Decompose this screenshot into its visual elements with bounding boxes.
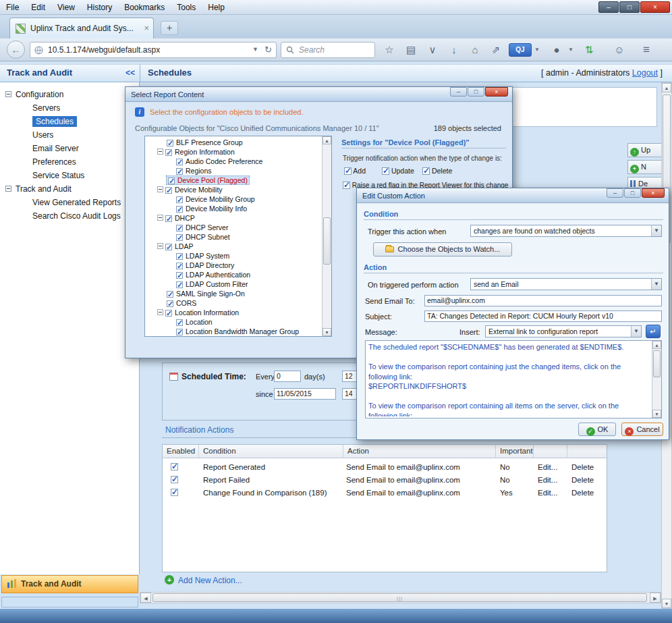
dialog-maximize-button[interactable]: □ <box>624 188 641 198</box>
hello-smiley-icon[interactable]: ☺ <box>611 43 628 57</box>
horizontal-scrollbar[interactable]: ◀ ||| ▶ <box>140 592 661 603</box>
row-delete-link[interactable]: Delete <box>571 489 594 497</box>
sidebar-section-configuration[interactable]: Configuration <box>0 88 139 101</box>
tree-item[interactable]: LDAP <box>145 242 321 251</box>
url-text[interactable]: 10.5.1.174/webgui/default.aspx <box>48 45 160 55</box>
window-minimize-button[interactable]: – <box>598 1 619 13</box>
sidebar-item-schedules[interactable]: Schedules <box>0 115 139 128</box>
sync-arrows-icon[interactable]: ⇅ <box>580 43 598 57</box>
checkbox-checked[interactable] <box>167 300 173 307</box>
checkbox-delete[interactable]: Delete <box>422 167 452 175</box>
search-input[interactable]: Search <box>281 42 375 58</box>
collapse-icon[interactable] <box>157 148 163 155</box>
tree-item[interactable]: Audio Codec Preference <box>145 157 321 166</box>
back-button[interactable]: ← <box>7 40 25 59</box>
sidebar-section-track-and-audit[interactable]: Track and Audit <box>0 182 139 196</box>
checkbox-checked[interactable] <box>343 182 350 189</box>
collapse-sidebar-button[interactable]: << <box>125 68 135 78</box>
downloads-icon[interactable]: ↓ <box>445 43 463 57</box>
tree-item[interactable]: SAML Single Sign-On <box>145 289 321 298</box>
checkbox-checked[interactable] <box>176 329 183 335</box>
scroll-down-icon[interactable]: ▼ <box>652 410 661 418</box>
checkbox-checked[interactable] <box>176 225 183 232</box>
checkbox-checked[interactable] <box>167 140 173 146</box>
dialog-minimize-button[interactable]: – <box>607 188 623 198</box>
tree-item[interactable]: DHCP <box>145 213 321 223</box>
checkbox-checked[interactable] <box>176 168 183 175</box>
tree-item[interactable]: Location <box>145 317 321 327</box>
bookmarks-panel-icon[interactable]: ▤ <box>402 43 420 57</box>
update-button[interactable]: ↑Up <box>627 143 661 157</box>
home-icon[interactable]: ⌂ <box>466 43 484 57</box>
checkbox-checked[interactable] <box>176 206 183 213</box>
collapse-icon[interactable] <box>5 186 11 192</box>
checkbox-checked[interactable] <box>168 178 175 184</box>
checkbox-checked[interactable] <box>176 272 183 279</box>
trigger-when-select[interactable]: changes are found on watched objects▼ <box>470 225 662 237</box>
bookmark-star-icon[interactable]: ☆ <box>381 43 398 57</box>
browser-tab[interactable]: Uplinx Track and Audit Sys... × <box>9 18 154 38</box>
tree-item[interactable]: BLF Presence Group <box>145 138 321 147</box>
tree-item[interactable]: Region Information <box>145 147 321 157</box>
tree-item[interactable]: LDAP Directory <box>145 261 321 270</box>
checkbox-checked[interactable] <box>171 489 178 496</box>
row-enabled-checkbox[interactable] <box>171 462 178 470</box>
menu-tools[interactable]: Tools <box>171 0 202 15</box>
extension-dropdown-icon[interactable]: ▼ <box>568 47 573 53</box>
message-textarea[interactable]: The scheduled report "$SCHEDNAME$" has b… <box>365 340 662 418</box>
menu-file[interactable]: File <box>0 0 25 15</box>
scrollbar-thumb[interactable]: ||| <box>152 593 647 602</box>
scrollbar-thumb[interactable] <box>653 350 661 377</box>
scroll-up-icon[interactable]: ▲ <box>652 341 661 349</box>
collapse-icon[interactable] <box>5 91 11 97</box>
collapse-icon[interactable] <box>157 243 163 249</box>
scrollbar-thumb[interactable] <box>323 217 331 265</box>
cancel-button[interactable]: ×Cancel <box>621 423 663 436</box>
checkbox-checked[interactable] <box>171 476 178 483</box>
checkbox-checked[interactable] <box>176 319 183 326</box>
logout-link[interactable]: Logout <box>632 68 658 78</box>
menu-hamburger-icon[interactable]: ≡ <box>638 43 655 57</box>
tree-item[interactable]: DHCP Subnet <box>145 232 321 242</box>
track-and-audit-panel-button[interactable]: Track and Audit <box>1 575 138 593</box>
checkbox-checked[interactable] <box>176 234 183 241</box>
sidebar-item-view-generated-reports[interactable]: View Generated Reports <box>0 196 139 209</box>
scroll-right-icon[interactable]: ▶ <box>650 593 661 603</box>
menu-history[interactable]: History <box>81 0 118 15</box>
checkbox-checked[interactable] <box>422 167 430 175</box>
checkbox-checked[interactable] <box>176 281 183 288</box>
row-edit-link[interactable]: Edit... <box>538 463 557 471</box>
new-tab-button[interactable]: + <box>161 21 178 35</box>
dialog-close-button[interactable]: × <box>485 87 508 97</box>
menu-bookmarks[interactable]: Bookmarks <box>118 0 171 15</box>
extension-icon[interactable]: ● <box>548 43 565 57</box>
checkbox-checked[interactable] <box>165 187 172 194</box>
perform-action-select[interactable]: send an Email▼ <box>470 278 662 290</box>
tree-item[interactable]: DHCP Server <box>145 223 321 232</box>
sidebar-item-search-cisco-audit-logs[interactable]: Search Cisco Audit Logs <box>0 209 139 223</box>
ok-button[interactable]: ✓OK <box>578 423 616 436</box>
scroll-up-icon[interactable]: ▲ <box>323 136 331 144</box>
since-date-input[interactable]: 11/05/2015 <box>274 388 336 400</box>
checkbox-checked[interactable] <box>176 263 183 269</box>
tree-item[interactable]: CORS <box>145 298 321 308</box>
send-email-to-input[interactable]: email@uplinx.com <box>424 295 662 306</box>
tree-item[interactable]: Device Mobility Info <box>145 204 321 213</box>
tree-item[interactable]: LDAP Custom Filter <box>145 279 321 289</box>
collapse-icon[interactable] <box>157 186 163 192</box>
checkbox-checked[interactable] <box>167 291 173 298</box>
tab-close-icon[interactable]: × <box>144 23 149 33</box>
scroll-down-icon[interactable]: ▼ <box>323 328 331 336</box>
window-maximize-button[interactable]: □ <box>619 1 640 13</box>
menu-edit[interactable]: Edit <box>25 0 51 15</box>
row-delete-link[interactable]: Delete <box>571 476 594 484</box>
checkbox-checked[interactable] <box>344 167 352 175</box>
message-scrollbar[interactable]: ▲ ▼ <box>652 341 661 418</box>
scroll-down-icon[interactable]: ▼ <box>662 599 671 608</box>
choose-objects-button[interactable]: Choose the Objects to Watch... <box>373 242 512 256</box>
reload-icon[interactable]: ↻ <box>264 45 272 55</box>
every-days-input[interactable]: 0 <box>274 371 301 382</box>
sidebar-item-users[interactable]: Users <box>0 128 139 142</box>
checkbox-checked[interactable] <box>176 196 183 203</box>
tree-item[interactable]: LDAP Authentication <box>145 270 321 279</box>
